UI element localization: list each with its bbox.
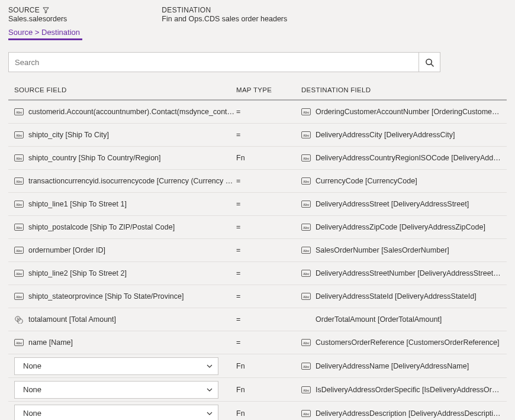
field-type-icon <box>301 108 311 116</box>
destination-label: DESTINATION <box>162 6 211 14</box>
field-type-icon <box>301 409 311 418</box>
chevron-down-icon <box>206 363 213 370</box>
source-meta: SOURCE Sales.salesorders <box>8 6 67 23</box>
field-type-icon <box>14 338 24 347</box>
destination-field-text: DeliveryAddressDescription [DeliveryAddr… <box>316 409 501 418</box>
source-field-text: shipto_stateorprovince [Ship To State/Pr… <box>28 292 184 301</box>
destination-field-text: IsDeliveryAddressOrderSpecific [IsDelive… <box>316 386 501 394</box>
search-box[interactable] <box>8 52 440 72</box>
map-type[interactable]: = <box>236 177 301 185</box>
map-type[interactable]: = <box>236 269 301 277</box>
field-type-icon <box>14 108 24 116</box>
table-row[interactable]: shipto_country [Ship To Country/Region]F… <box>8 147 507 170</box>
field-type-icon <box>14 269 24 277</box>
table-row[interactable]: transactioncurrencyid.isocurrencycode [C… <box>8 170 507 193</box>
map-type[interactable]: = <box>236 108 301 116</box>
destination-value: Fin and Ops.CDS sales order headers <box>162 15 287 23</box>
field-type-icon <box>301 269 311 277</box>
map-type[interactable]: = <box>236 246 301 254</box>
destination-field-text: DeliveryAddressCountryRegionISOCode [Del… <box>316 154 501 162</box>
destination-field-text: SalesOrderNumber [SalesOrderNumber] <box>316 246 449 254</box>
map-type[interactable]: = <box>236 292 301 301</box>
destination-field-text: OrderingCustomerAccountNumber [OrderingC… <box>316 108 501 116</box>
column-headers: SOURCE FIELD MAP TYPE DESTINATION FIELD <box>8 83 507 101</box>
col-source[interactable]: SOURCE FIELD <box>8 86 236 93</box>
field-type-icon <box>301 246 311 254</box>
table-row[interactable]: shipto_postalcode [Ship To ZIP/Postal Co… <box>8 216 507 239</box>
search-input[interactable] <box>9 58 419 67</box>
field-type-icon <box>14 154 24 162</box>
destination-field-text: CurrencyCode [CurrencyCode] <box>316 177 417 185</box>
table-row[interactable]: shipto_city [Ship To City]=DeliveryAddre… <box>8 124 507 147</box>
field-type-icon <box>301 200 311 208</box>
destination-field-text: DeliveryAddressCity [DeliveryAddressCity… <box>316 131 455 139</box>
field-type-icon <box>14 131 24 139</box>
source-field-text: shipto_city [Ship To City] <box>28 131 109 139</box>
source-field-dropdown[interactable]: None <box>14 357 218 375</box>
table-row[interactable]: customerid.Account(accountnumber).Contac… <box>8 101 507 124</box>
field-type-icon <box>14 315 24 324</box>
field-type-icon <box>14 200 24 208</box>
field-type-icon <box>301 292 311 301</box>
source-label: SOURCE <box>8 6 40 14</box>
dropdown-value: None <box>23 409 41 418</box>
field-type-icon <box>301 131 311 139</box>
source-field-text: shipto_postalcode [Ship To ZIP/Postal Co… <box>28 223 175 231</box>
filter-icon[interactable] <box>43 7 49 14</box>
table-row[interactable]: name [Name]=CustomersOrderReference [Cus… <box>8 331 507 354</box>
table-row[interactable]: NoneFnDeliveryAddressName [DeliveryAddre… <box>8 354 507 378</box>
col-map[interactable]: MAP TYPE <box>236 86 301 93</box>
search-button[interactable] <box>419 53 440 72</box>
source-field-text: ordernumber [Order ID] <box>28 246 105 254</box>
chevron-down-icon <box>206 410 213 417</box>
source-field-dropdown[interactable]: None <box>14 405 218 421</box>
table-row[interactable]: ordernumber [Order ID]=SalesOrderNumber … <box>8 239 507 262</box>
dropdown-value: None <box>23 361 41 370</box>
field-type-icon <box>301 177 311 185</box>
map-type[interactable]: = <box>236 338 301 347</box>
source-value: Sales.salesorders <box>8 15 67 23</box>
source-field-text: name [Name] <box>28 338 73 347</box>
map-type[interactable]: = <box>236 200 301 208</box>
chevron-down-icon <box>206 386 213 393</box>
map-type[interactable]: Fn <box>236 386 301 394</box>
source-field-dropdown[interactable]: None <box>14 381 218 399</box>
dropdown-value: None <box>23 385 41 394</box>
tab-source-destination[interactable]: Source > Destination <box>8 28 80 40</box>
source-field-text: shipto_line2 [Ship To Street 2] <box>28 269 127 277</box>
field-type-icon <box>301 154 311 162</box>
map-type[interactable]: = <box>236 223 301 231</box>
col-destination[interactable]: DESTINATION FIELD <box>301 86 507 93</box>
table-row[interactable]: NoneFnDeliveryAddressDescription [Delive… <box>8 402 507 420</box>
field-type-icon <box>14 246 24 254</box>
source-field-text: shipto_country [Ship To Country/Region] <box>28 154 161 162</box>
search-icon <box>425 58 434 67</box>
destination-field-text: OrderTotalAmount [OrderTotalAmount] <box>316 315 442 324</box>
destination-field-text: DeliveryAddressStateId [DeliveryAddressS… <box>316 292 477 301</box>
map-type[interactable]: Fn <box>236 154 301 162</box>
destination-field-text: DeliveryAddressZipCode [DeliveryAddressZ… <box>316 223 485 231</box>
field-type-icon <box>301 338 311 347</box>
table-row[interactable]: NoneFnIsDeliveryAddressOrderSpecific [Is… <box>8 378 507 402</box>
destination-field-text: CustomersOrderReference [CustomersOrderR… <box>316 338 500 347</box>
table-row[interactable]: totalamount [Total Amount]=OrderTotalAmo… <box>8 308 507 331</box>
map-type[interactable]: Fn <box>236 362 301 370</box>
tabs: Source > Destination <box>8 28 507 40</box>
table-row[interactable]: shipto_stateorprovince [Ship To State/Pr… <box>8 285 507 308</box>
field-type-icon <box>14 177 24 185</box>
map-type[interactable]: = <box>236 131 301 139</box>
field-type-icon <box>14 292 24 301</box>
source-field-text: transactioncurrencyid.isocurrencycode [C… <box>28 177 236 185</box>
destination-field-text: DeliveryAddressStreet [DeliveryAddressSt… <box>316 200 469 208</box>
destination-field-text: DeliveryAddressName [DeliveryAddressName… <box>316 362 469 370</box>
map-type[interactable]: Fn <box>236 409 301 418</box>
table-row[interactable]: shipto_line1 [Ship To Street 1]=Delivery… <box>8 193 507 216</box>
source-field-text: customerid.Account(accountnumber).Contac… <box>28 108 236 116</box>
destination-meta: DESTINATION Fin and Ops.CDS sales order … <box>162 6 287 23</box>
map-type[interactable]: = <box>236 315 301 324</box>
field-type-icon <box>301 386 311 394</box>
table-row[interactable]: shipto_line2 [Ship To Street 2]=Delivery… <box>8 262 507 285</box>
field-type-icon <box>301 223 311 231</box>
field-type-icon <box>301 362 311 370</box>
mapping-grid: SOURCE FIELD MAP TYPE DESTINATION FIELD … <box>0 75 515 420</box>
